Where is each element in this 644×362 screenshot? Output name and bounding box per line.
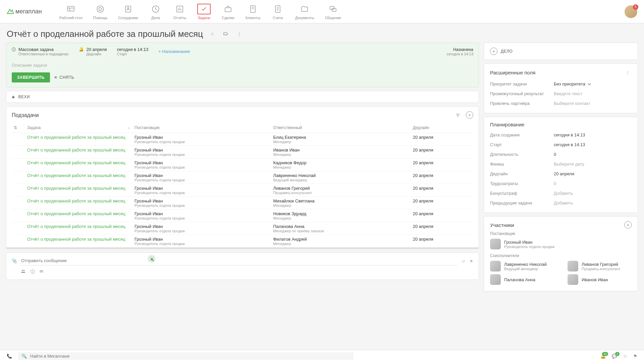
task-link[interactable]: Отчёт о проделанной работе за прошлый ме…: [27, 224, 125, 229]
message-input[interactable]: [21, 256, 457, 265]
co-person[interactable]: Иванов Иван: [568, 273, 632, 286]
task-link[interactable]: Отчёт о проделанной работе за прошлый ме…: [27, 135, 125, 140]
message-card: 📎 ☺ ➤ ⓘ ✉: [6, 252, 479, 280]
complete-button[interactable]: ЗАВЕРШИТЬ: [12, 72, 50, 82]
co-person[interactable]: Ливанов ГригорийПродавец-консультант: [568, 259, 632, 273]
col-deadline[interactable]: Дедлайн: [411, 123, 473, 133]
partner-input[interactable]: Выберите контакт: [554, 101, 590, 106]
nav-docs-icon: [298, 4, 311, 14]
nav-invoices[interactable]: Счета: [267, 2, 288, 21]
task-link[interactable]: Отчёт о проделанной работе за прошлый ме…: [27, 160, 125, 165]
messages-icon[interactable]: 💬2: [612, 354, 617, 359]
phone-icon[interactable]: 📞: [7, 354, 12, 359]
user-avatar[interactable]: 5: [625, 5, 637, 18]
task-link[interactable]: Отчёт о проделанной работе за прошлый ме…: [27, 211, 125, 216]
people-icon[interactable]: [20, 269, 26, 275]
co-person[interactable]: Лавриненко НиколайВедущий менеджер: [490, 259, 554, 273]
emoji-icon[interactable]: ☺: [461, 258, 466, 263]
table-row[interactable]: Отчёт о проделанной работе за прошлый ме…: [12, 171, 473, 184]
task-link[interactable]: Отчёт о проделанной работе за прошлый ме…: [27, 237, 125, 242]
assignee-role: Ведущий менеджер: [273, 178, 409, 182]
add-subtask-icon[interactable]: +: [466, 111, 473, 119]
owner-role: Руководитель отдела продаж: [135, 178, 269, 182]
nav-docs[interactable]: Документы: [291, 2, 318, 21]
send-icon[interactable]: ➤: [470, 258, 473, 263]
kebab-icon[interactable]: ⋮: [624, 68, 632, 76]
nav-clients[interactable]: Клиенты: [241, 2, 264, 21]
question-icon[interactable]: ⓘ: [31, 269, 35, 275]
nav-deals[interactable]: Сделки: [217, 2, 239, 21]
app-logo[interactable]: мегаплан: [7, 8, 42, 15]
task-link[interactable]: Отчёт о проделанной работе за прошлый ме…: [27, 173, 125, 178]
owner-role: Руководитель отдела продаж: [135, 242, 269, 246]
notification-icon[interactable]: 🔔33: [600, 354, 606, 359]
case-label[interactable]: ДЕЛО: [501, 49, 513, 54]
footer-star-icon[interactable]: ☆: [623, 354, 627, 359]
task-link[interactable]: Отчёт о проделанной работе за прошлый ме…: [27, 198, 125, 203]
owner-person[interactable]: Грозный Иван Руководитель отдела продаж: [490, 237, 632, 251]
nav-staff[interactable]: Сотрудники: [114, 2, 142, 21]
table-row[interactable]: Отчёт о проделанной работе за прошлый ме…: [12, 197, 473, 209]
kebab-icon[interactable]: ⋮: [235, 30, 243, 38]
sort-icon[interactable]: ↓: [128, 125, 130, 130]
remove-button[interactable]: ✕ СНЯТЬ: [54, 75, 74, 80]
attachment-icon[interactable]: 📎: [12, 258, 17, 263]
partner-label: Привлечь партнёра: [490, 101, 554, 106]
feedback-icon[interactable]: ⚑: [633, 354, 637, 359]
prev-input[interactable]: Добавить: [554, 200, 573, 205]
nav-affairs[interactable]: Дела: [145, 2, 166, 21]
table-row[interactable]: Отчёт о проделанной работе за прошлый ме…: [12, 209, 473, 222]
add-participant-icon[interactable]: +: [624, 221, 632, 229]
table-row[interactable]: Отчёт о проделанной работе за прошлый ме…: [12, 222, 473, 235]
milestones-label: ВЕХИ: [18, 95, 30, 99]
table-row[interactable]: Отчёт о проделанной работе за прошлый ме…: [12, 159, 473, 171]
nav-chat-icon: [326, 4, 340, 14]
task-link[interactable]: Отчёт о проделанной работе за прошлый ме…: [27, 186, 125, 191]
assignee-name: Кадников Федор: [273, 160, 409, 165]
col-owner[interactable]: Постановщик: [132, 123, 271, 133]
assignee-name: Палачова Анна: [273, 224, 409, 229]
col-task[interactable]: Задача: [25, 123, 126, 133]
add-case-icon[interactable]: +: [490, 48, 497, 55]
filter-icon[interactable]: [454, 111, 462, 119]
nav-affairs-icon: [149, 4, 162, 14]
priority-value[interactable]: Без приоритета: [554, 81, 591, 86]
nav-desktop[interactable]: Рабочий стол: [55, 2, 87, 21]
add-reminder-link[interactable]: + Напоминание: [158, 49, 190, 54]
co-person[interactable]: Палачова Анна: [490, 273, 554, 286]
svg-rect-5: [125, 6, 131, 12]
nav-help[interactable]: Помощь: [89, 2, 112, 21]
global-search-input[interactable]: [30, 354, 350, 359]
assignee-name: Иванов Иван: [273, 147, 409, 153]
duration-value[interactable]: 0: [554, 152, 556, 157]
col-assignee[interactable]: Ответственный: [271, 123, 411, 133]
svg-point-4: [99, 7, 102, 10]
table-row[interactable]: Отчёт о проделанной работе за прошлый ме…: [12, 146, 473, 159]
deadline-date[interactable]: 20 апреля: [87, 47, 107, 52]
owner-section-label: Постановщик: [490, 231, 632, 236]
info-icon: ⓘ: [12, 47, 16, 53]
deadline-cell: 20 апреля: [411, 171, 473, 184]
owner-name: Грозный Иван: [135, 211, 269, 216]
plan-deadline-value[interactable]: 20 апреля: [554, 171, 574, 176]
milestones-card[interactable]: ◈ ВЕХИ: [6, 91, 479, 103]
task-description[interactable]: Описание задачи: [6, 60, 479, 72]
nav-reports[interactable]: Отчёты: [169, 2, 191, 21]
table-row[interactable]: Отчёт о проделанной работе за прошлый ме…: [12, 184, 473, 197]
finish-input[interactable]: Выберите дату: [554, 162, 584, 167]
table-row[interactable]: Отчёт о проделанной работе за прошлый ме…: [12, 133, 473, 146]
labor-input[interactable]: 0: [554, 181, 556, 186]
nav-chat[interactable]: Общение: [321, 2, 345, 21]
horizontal-scrollbar[interactable]: [6, 247, 479, 249]
mail-icon[interactable]: ✉: [40, 269, 43, 275]
table-row[interactable]: Отчёт о проделанной работе за прошлый ме…: [12, 235, 473, 248]
bonus-input[interactable]: Добавить: [554, 191, 573, 196]
star-icon[interactable]: ☆: [208, 30, 216, 38]
nav-tasks[interactable]: Задачи: [193, 2, 215, 21]
reorder-icon[interactable]: ⇅: [14, 125, 17, 130]
plan-start-value[interactable]: сегодня в 14:13: [554, 142, 585, 147]
tag-icon[interactable]: [222, 30, 230, 38]
task-link[interactable]: Отчёт о проделанной работе за прошлый ме…: [27, 147, 125, 153]
interim-input[interactable]: Введите текст: [554, 91, 582, 96]
start-date: сегодня в 14:13: [117, 47, 149, 52]
